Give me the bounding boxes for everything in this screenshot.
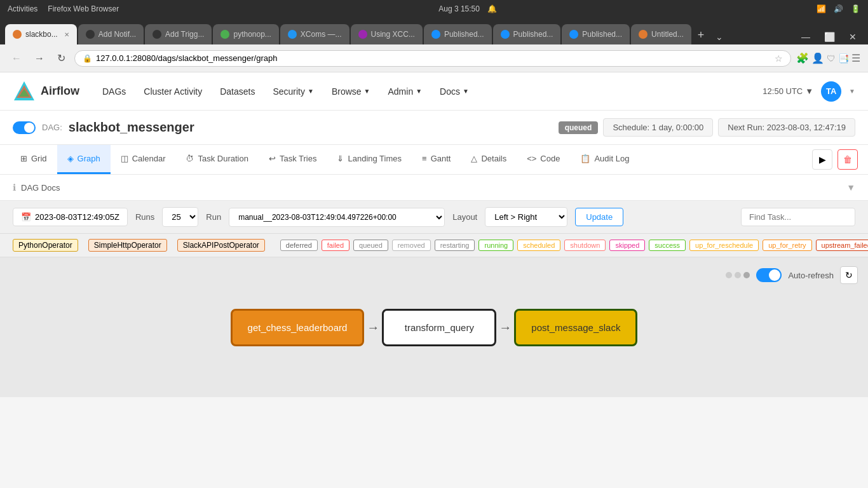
date-picker-button[interactable]: 📅 2023-08-03T12:49:05Z <box>13 208 128 226</box>
tab-grid[interactable]: ⊞ Grid <box>10 145 57 174</box>
tab-task-duration[interactable]: ⏱ Task Duration <box>175 145 258 174</box>
main-content: DAG: slackbot_messenger queued Schedule:… <box>0 111 868 397</box>
find-task-input[interactable] <box>741 208 855 226</box>
grid-icon: ⊞ <box>20 154 27 163</box>
tab-label-slackbot: slackbo... <box>25 30 58 39</box>
tab-icon-published1 <box>431 30 440 39</box>
landing-times-icon: ⇓ <box>337 154 344 163</box>
runs-select[interactable]: 25 <box>162 207 198 227</box>
operator-slack[interactable]: SlackAPIPostOperator <box>177 239 265 252</box>
nav-browse[interactable]: Browse ▼ <box>324 81 378 102</box>
tab-using-xcc[interactable]: Using XCC... <box>351 24 423 44</box>
status-restarting[interactable]: restarting <box>435 240 475 251</box>
tab-landing-times[interactable]: ⇓ Landing Times <box>327 145 412 174</box>
nav-cluster-activity[interactable]: Cluster Activity <box>136 81 210 102</box>
menu-icon[interactable]: ☰ <box>851 52 860 64</box>
profile-icon[interactable]: 👤 <box>811 52 824 64</box>
tab-pythonop[interactable]: pythonop... <box>213 24 278 44</box>
auto-refresh-toggle[interactable] <box>756 268 782 282</box>
dag-docs-bar[interactable]: ℹ DAG Docs ▼ <box>0 175 868 201</box>
bookmark-icon[interactable]: ☆ <box>775 53 783 64</box>
manual-refresh-button[interactable]: ↻ <box>840 266 858 284</box>
layout-select[interactable]: Left > Right <box>485 207 567 227</box>
tab-published2[interactable]: Published... <box>493 24 561 44</box>
lock-icon: 🔒 <box>83 54 92 63</box>
dag-label: DAG: <box>42 123 62 132</box>
activities-label[interactable]: Activities <box>8 4 37 13</box>
utc-time[interactable]: 12:50 UTC ▼ <box>763 86 813 96</box>
maximize-button[interactable]: ⬜ <box>818 29 841 44</box>
nav-admin-label: Admin <box>388 86 413 97</box>
run-id-select[interactable]: manual__2023-08-03T12:49:04.497226+00:00 <box>229 208 445 227</box>
tab-gantt[interactable]: ≡ Gantt <box>412 145 461 174</box>
tab-icon-published2 <box>501 30 510 39</box>
status-running[interactable]: running <box>478 240 513 251</box>
tab-label-add-trigg: Add Trigg... <box>165 30 204 39</box>
tab-slackbot[interactable]: slackbo... ✕ <box>5 24 77 44</box>
status-upstream-failed[interactable]: upstream_failed <box>816 240 868 251</box>
tab-code-label: Code <box>540 154 560 163</box>
tab-graph[interactable]: ◈ Graph <box>57 145 111 174</box>
status-skipped[interactable]: skipped <box>609 240 645 251</box>
tab-close-slackbot[interactable]: ✕ <box>64 31 69 38</box>
user-avatar[interactable]: TA <box>821 81 841 102</box>
bookmark-list-icon[interactable]: 📑 <box>838 53 849 64</box>
browser-chrome: slackbo... ✕ Add Notif... Add Trigg... p… <box>0 18 868 72</box>
nav-admin[interactable]: Admin ▼ <box>380 81 430 102</box>
tab-code[interactable]: <> Code <box>517 145 570 174</box>
update-button[interactable]: Update <box>575 208 623 226</box>
status-queued[interactable]: queued <box>353 240 388 251</box>
reload-button[interactable]: ↻ <box>53 50 69 67</box>
status-up-for-retry[interactable]: up_for_retry <box>763 240 811 251</box>
dag-toggle[interactable] <box>13 121 36 134</box>
run-button[interactable]: ▶ <box>812 149 832 170</box>
operator-python[interactable]: PythonOperator <box>13 239 78 252</box>
status-deferred[interactable]: deferred <box>280 240 318 251</box>
status-failed[interactable]: failed <box>322 240 349 251</box>
tab-untitled[interactable]: Untitled... <box>631 24 691 44</box>
browse-chevron-icon: ▼ <box>364 88 370 95</box>
wifi-icon: 📶 <box>817 4 826 13</box>
close-button[interactable]: ✕ <box>843 29 863 44</box>
nav-dags[interactable]: DAGs <box>95 81 133 102</box>
tab-landing-times-label: Landing Times <box>348 154 402 163</box>
tab-add-notif[interactable]: Add Notif... <box>78 24 144 44</box>
nav-right-controls: 🧩 👤 🛡 📑 ☰ <box>796 52 860 64</box>
notification-icon[interactable]: 🔔 <box>487 4 497 13</box>
back-button[interactable]: ← <box>8 50 25 67</box>
delete-button[interactable]: 🗑 <box>837 149 858 170</box>
status-shutdown[interactable]: shutdown <box>564 240 606 251</box>
nav-docs[interactable]: Docs ▼ <box>432 81 477 102</box>
tab-grid-label: Grid <box>31 154 47 163</box>
status-scheduled[interactable]: scheduled <box>517 240 560 251</box>
address-input[interactable] <box>96 53 771 63</box>
minimize-button[interactable]: — <box>795 29 817 44</box>
tab-details[interactable]: △ Details <box>461 145 517 174</box>
new-tab-button[interactable]: + <box>693 26 710 44</box>
node-transform-query[interactable]: transform_query <box>382 309 496 346</box>
status-up-for-reschedule[interactable]: up_for_reschedule <box>689 240 759 251</box>
status-success[interactable]: success <box>649 240 686 251</box>
tab-task-tries[interactable]: ↩ Task Tries <box>259 145 327 174</box>
node-get-chess-leaderboard[interactable]: get_chess_leaderboard <box>231 309 365 346</box>
nav-security[interactable]: Security ▼ <box>265 81 321 102</box>
tab-add-trigg[interactable]: Add Trigg... <box>145 24 212 44</box>
tab-calendar[interactable]: ◫ Calendar <box>111 145 176 174</box>
tab-audit-log[interactable]: 📋 Audit Log <box>570 145 639 174</box>
nav-security-label: Security <box>273 86 305 97</box>
nav-browse-label: Browse <box>332 86 362 97</box>
status-removed[interactable]: removed <box>392 240 431 251</box>
tab-xcoms[interactable]: XComs —... <box>280 24 349 44</box>
status-badge: queued <box>559 121 599 134</box>
nav-datasets[interactable]: Datasets <box>212 81 262 102</box>
graph-canvas: Auto-refresh ↻ get_chess_leaderboard → t… <box>0 257 868 397</box>
browser-name-label: Firefox Web Browser <box>48 4 119 13</box>
extensions-icon[interactable]: 🧩 <box>796 52 809 64</box>
forward-button[interactable]: → <box>31 50 48 67</box>
tab-published3[interactable]: Published... <box>562 24 630 44</box>
tab-overflow-button[interactable]: ⌄ <box>710 29 728 44</box>
node-post-message-slack[interactable]: post_message_slack <box>514 309 637 346</box>
battery-icon: 🔋 <box>851 4 860 13</box>
operator-http[interactable]: SimpleHttpOperator <box>88 239 167 252</box>
tab-published1[interactable]: Published... <box>424 24 492 44</box>
